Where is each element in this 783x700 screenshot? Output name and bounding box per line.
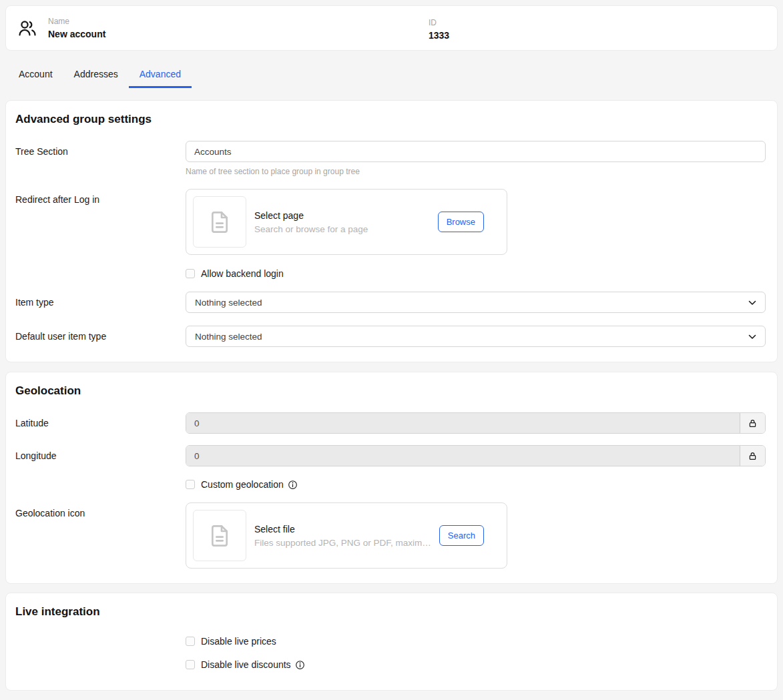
lock-icon: [740, 413, 765, 433]
item-type-row: Item type Nothing selected: [15, 292, 766, 313]
browse-button[interactable]: Browse: [438, 212, 484, 232]
tab-advanced[interactable]: Advanced: [129, 63, 192, 88]
account-header-card: Name New account ID 1333: [5, 5, 778, 51]
account-name-block: Name New account: [48, 17, 105, 39]
file-select-texts: Select file Files supported JPG, PNG or …: [254, 524, 433, 548]
tree-section-row: Tree Section Name of tree section to pla…: [15, 141, 766, 176]
disable-live-prices-checkbox[interactable]: [186, 637, 195, 646]
id-label: ID: [429, 18, 449, 27]
custom-geolocation-check-row[interactable]: Custom geolocation: [186, 479, 766, 490]
tree-section-input[interactable]: [186, 141, 766, 162]
disable-live-discounts-checkbox[interactable]: [186, 660, 195, 669]
page-select-title: Select page: [254, 210, 431, 221]
redirect-after-login-row: Redirect after Log in Select page Search: [15, 189, 766, 279]
file-select-placeholder: Files supported JPG, PNG or PDF, maximum…: [254, 538, 433, 548]
disable-live-prices-label: Disable live prices: [201, 636, 276, 647]
lock-icon: [740, 446, 765, 466]
default-user-item-type-row: Default user item type Nothing selected: [15, 326, 766, 347]
search-button[interactable]: Search: [439, 525, 484, 546]
allow-backend-login-checkbox[interactable]: [186, 269, 195, 278]
id-value: 1333: [429, 30, 449, 41]
tab-addresses[interactable]: Addresses: [63, 63, 129, 88]
default-user-item-type-label: Default user item type: [15, 326, 186, 342]
file-select-title: Select file: [254, 524, 433, 535]
geolocation-icon-row: Geolocation icon Select file Files suppo…: [15, 502, 766, 569]
longitude-row: Longitude: [15, 445, 766, 466]
users-icon: [17, 17, 38, 39]
name-value: New account: [48, 29, 105, 39]
advanced-group-settings-title: Advanced group settings: [15, 113, 766, 126]
live-integration-title: Live integration: [15, 605, 766, 619]
page: Name New account ID 1333 Account Address…: [0, 0, 783, 696]
disable-live-discounts-check-row[interactable]: Disable live discounts: [186, 659, 766, 670]
advanced-group-settings-section: Advanced group settings Tree Section Nam…: [5, 100, 778, 362]
file-thumbnail: [193, 510, 246, 561]
disable-live-prices-check-row[interactable]: Disable live prices: [186, 636, 766, 647]
default-user-item-type-select[interactable]: Nothing selected: [186, 326, 766, 347]
latitude-label: Latitude: [15, 412, 186, 428]
disable-live-prices-row: Disable live prices: [15, 636, 766, 647]
item-type-select[interactable]: Nothing selected: [186, 292, 766, 313]
file-icon: [206, 522, 233, 549]
longitude-label: Longitude: [15, 445, 186, 461]
page-select-card[interactable]: Select page Search or browse for a page …: [186, 189, 507, 255]
geolocation-section: Geolocation Latitude Longitude: [5, 372, 778, 584]
tab-bar: Account Addresses Advanced: [8, 63, 778, 88]
item-type-label: Item type: [15, 292, 186, 308]
longitude-input: [186, 446, 740, 466]
live-integration-section: Live integration Disable live prices Dis…: [5, 593, 778, 691]
custom-geolocation-row: Custom geolocation: [15, 479, 766, 490]
tree-section-helper: Name of tree section to place group in g…: [186, 167, 766, 176]
disable-live-discounts-row: Disable live discounts: [15, 659, 766, 670]
latitude-input: [186, 413, 740, 433]
info-icon[interactable]: [295, 660, 305, 670]
account-id-block: ID 1333: [429, 18, 449, 41]
file-select-card[interactable]: Select file Files supported JPG, PNG or …: [186, 502, 507, 569]
page-select-texts: Select page Search or browse for a page: [254, 210, 431, 234]
latitude-input-group: [186, 412, 766, 434]
geolocation-icon-label: Geolocation icon: [15, 502, 186, 518]
chevron-down-icon: [748, 332, 756, 342]
geolocation-title: Geolocation: [15, 384, 766, 398]
info-icon[interactable]: [288, 480, 298, 490]
page-thumbnail: [193, 196, 246, 248]
file-icon: [206, 209, 233, 236]
allow-backend-login-row[interactable]: Allow backend login: [186, 268, 766, 279]
allow-backend-login-label: Allow backend login: [201, 268, 284, 279]
longitude-input-group: [186, 445, 766, 466]
default-user-item-type-value: Nothing selected: [195, 332, 262, 342]
chevron-down-icon: [748, 298, 756, 308]
custom-geolocation-checkbox[interactable]: [186, 480, 195, 489]
item-type-value: Nothing selected: [195, 298, 262, 308]
custom-geolocation-label: Custom geolocation: [201, 479, 284, 490]
name-label: Name: [48, 17, 105, 26]
tab-account[interactable]: Account: [8, 63, 63, 88]
disable-live-discounts-label: Disable live discounts: [201, 659, 291, 670]
redirect-after-login-label: Redirect after Log in: [15, 189, 186, 205]
page-select-placeholder: Search or browse for a page: [254, 224, 431, 234]
tree-section-label: Tree Section: [15, 141, 186, 157]
latitude-row: Latitude: [15, 412, 766, 434]
